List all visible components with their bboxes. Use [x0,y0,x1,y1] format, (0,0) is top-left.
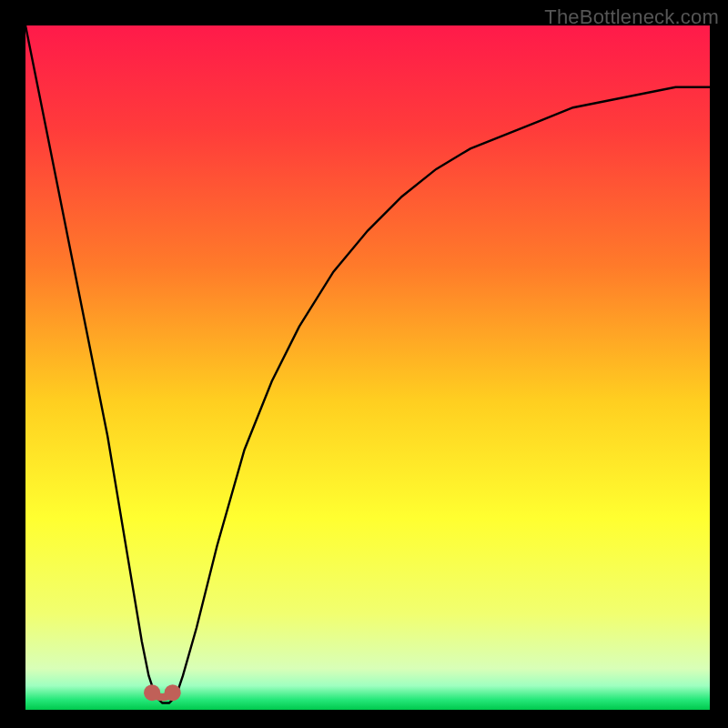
valley-left-marker [144,684,160,701]
gradient-background [25,25,710,710]
valley-right-marker [165,684,181,701]
bottleneck-chart [25,25,710,710]
chart-frame: TheBottleneck.com [0,0,728,728]
